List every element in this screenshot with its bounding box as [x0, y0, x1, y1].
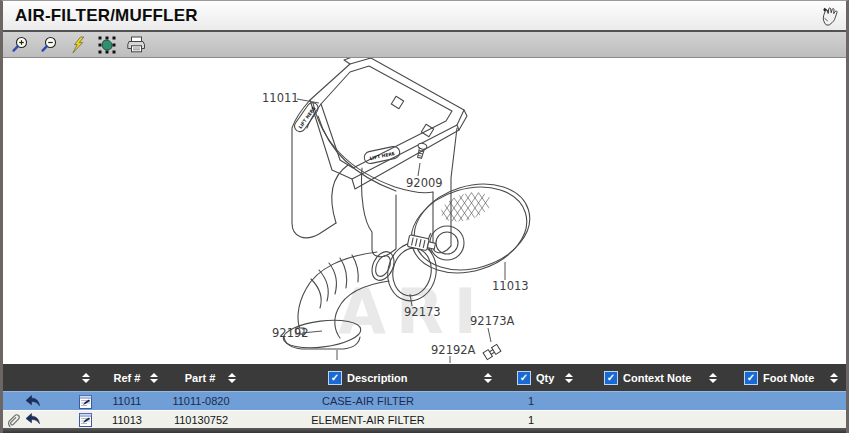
hand-icon-glyph [820, 4, 840, 28]
cell-ref: 11011 [101, 392, 153, 410]
hand-icon[interactable] [820, 6, 840, 26]
foot-note-checkbox[interactable]: ✓ [744, 371, 758, 385]
undo-arrow-icon[interactable] [24, 395, 41, 410]
table-row[interactable]: 11011 11011-0820 CASE-AIR FILTER 1 [3, 391, 846, 410]
zoom-in-icon[interactable] [10, 35, 30, 55]
column-header-ref: Ref # [101, 364, 153, 391]
print-icon[interactable] [126, 35, 146, 55]
cell-description: ELEMENT-AIR FILTER [253, 411, 483, 428]
cell-context-note [588, 411, 703, 428]
page-title: AIR-FILTER/MUFFLER [15, 6, 198, 26]
column-header-part: Part # [169, 364, 231, 391]
screw-drawing [415, 142, 427, 158]
column-header-context-note: ✓ Context Note [604, 364, 691, 391]
cell-context-note [588, 392, 703, 410]
sort-control[interactable] [82, 364, 90, 391]
part-label-92173A[interactable]: 92173A [470, 314, 515, 328]
sort-control[interactable] [228, 364, 236, 391]
parts-table-header: Ref # Part # ✓ Description ✓ Qty ✓ Conte… [3, 364, 846, 391]
notepad-icon[interactable] [79, 412, 92, 428]
table-row[interactable]: 11013 110130752 ELEMENT-AIR FILTER 1 [3, 410, 846, 428]
diagram-area: ARI LIFT HERE [3, 58, 846, 364]
cell-foot-note [728, 392, 823, 410]
cell-foot-note [728, 411, 823, 428]
cell-description: CASE-AIR FILTER [253, 392, 483, 410]
qty-checkbox[interactable]: ✓ [517, 371, 531, 385]
part-label-92173[interactable]: 92173 [404, 305, 441, 319]
column-header-description: ✓ Description [328, 364, 408, 391]
lightning-icon[interactable] [68, 35, 88, 55]
part-label-11013[interactable]: 11013 [492, 279, 529, 293]
zoom-out-icon[interactable] [39, 35, 59, 55]
cell-qty: 1 [506, 411, 556, 428]
context-note-checkbox[interactable]: ✓ [604, 371, 618, 385]
cell-ref: 11013 [101, 411, 153, 428]
notepad-icon[interactable] [79, 394, 92, 410]
cell-part: 110130752 [159, 411, 243, 428]
sort-control[interactable] [565, 364, 573, 391]
column-header-foot-note: ✓ Foot Note [744, 364, 814, 391]
column-header-qty: ✓ Qty [517, 364, 554, 391]
sort-control[interactable] [484, 364, 492, 391]
description-checkbox[interactable]: ✓ [328, 371, 342, 385]
part-label-11011[interactable]: 11011 [262, 91, 299, 105]
parts-catalog-window: AIR-FILTER/MUFFLER [0, 0, 849, 433]
titlebar: AIR-FILTER/MUFFLER [3, 1, 846, 32]
part-label-92009[interactable]: 92009 [406, 176, 443, 190]
part-label-92192[interactable]: 92192 [272, 326, 309, 340]
sort-control[interactable] [709, 364, 717, 391]
toolbar [3, 32, 846, 58]
undo-arrow-icon[interactable] [24, 413, 41, 428]
cell-qty: 1 [506, 392, 556, 410]
paperclip-icon[interactable] [6, 413, 20, 428]
sort-control[interactable] [150, 364, 158, 391]
part-label-92192A[interactable]: 92192A [431, 343, 476, 357]
window-bottom-edge [3, 428, 846, 433]
cell-part: 11011-0820 [159, 392, 243, 410]
select-object-icon[interactable] [97, 35, 117, 55]
sort-control[interactable] [830, 364, 838, 391]
